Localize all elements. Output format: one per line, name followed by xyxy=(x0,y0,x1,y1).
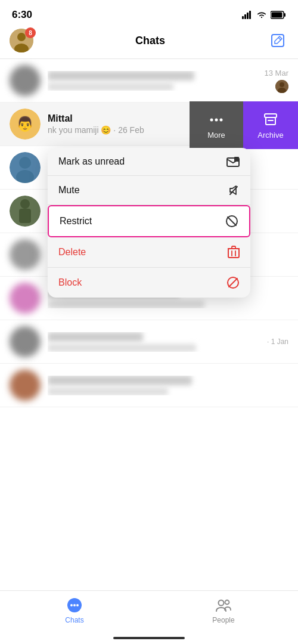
svg-rect-38 xyxy=(232,246,235,249)
menu-item-label: Delete xyxy=(58,247,86,258)
list-item[interactable]: · 1 Jan xyxy=(0,320,298,364)
svg-rect-24 xyxy=(10,196,41,227)
page-title: Chats xyxy=(135,35,165,47)
chats-tab-icon xyxy=(66,597,83,614)
svg-rect-1 xyxy=(244,14,246,19)
chat-preview xyxy=(48,301,204,308)
avatar xyxy=(10,152,41,183)
more-dots-icon xyxy=(208,112,225,128)
svg-point-13 xyxy=(280,82,284,87)
svg-line-42 xyxy=(229,278,237,287)
status-icons xyxy=(242,11,286,19)
menu-item-label: Block xyxy=(58,277,82,288)
swipe-more-label: More xyxy=(207,131,225,140)
swipe-more-button[interactable]: More xyxy=(190,101,243,149)
avatar xyxy=(10,65,41,96)
chat-content xyxy=(48,332,260,352)
swipe-action-panel: More Archive xyxy=(190,101,298,149)
avatar xyxy=(10,326,41,357)
restrict-icon xyxy=(225,215,238,228)
chat-meta: 13 Mar xyxy=(265,69,288,93)
menu-item-mute[interactable]: Mute xyxy=(48,176,250,205)
tab-chats[interactable]: Chats xyxy=(51,597,98,624)
svg-text:👨: 👨 xyxy=(16,115,34,132)
avatar: 👨 xyxy=(10,109,41,140)
chat-date: 13 Mar xyxy=(265,69,288,78)
block-icon xyxy=(226,276,240,289)
svg-rect-2 xyxy=(247,13,249,19)
tab-people[interactable]: People xyxy=(200,597,247,624)
menu-item-delete[interactable]: Delete xyxy=(48,237,250,268)
chat-content xyxy=(48,71,257,91)
svg-rect-32 xyxy=(234,157,239,162)
svg-point-25 xyxy=(210,118,213,121)
svg-point-26 xyxy=(215,118,218,121)
wifi-icon xyxy=(256,11,267,19)
home-indicator xyxy=(113,637,185,639)
chats-tab-label: Chats xyxy=(65,616,83,624)
swipe-archive-label: Archive xyxy=(257,131,283,140)
chat-meta: · 1 Jan xyxy=(267,338,288,346)
menu-item-label: Mark as unread xyxy=(58,156,125,167)
chat-preview xyxy=(48,83,173,91)
avatar xyxy=(10,370,41,401)
avatar xyxy=(10,283,41,314)
people-tab-icon xyxy=(215,597,232,614)
tab-bar: Chats People xyxy=(0,590,298,644)
chat-preview xyxy=(48,344,196,352)
menu-item-mark-unread[interactable]: Mark as unread xyxy=(48,148,250,176)
svg-rect-0 xyxy=(242,16,244,19)
svg-point-45 xyxy=(73,604,76,606)
profile-avatar-wrapper[interactable]: 8 xyxy=(10,29,33,52)
mute-icon xyxy=(228,184,240,196)
context-menu: Mark as unread Mute Restrict Delete xyxy=(48,148,250,298)
battery-icon xyxy=(271,11,286,19)
chat-preview xyxy=(48,388,168,395)
chat-name xyxy=(48,71,194,80)
status-time: 6:30 xyxy=(12,9,32,21)
list-item[interactable]: 13 Mar xyxy=(0,59,298,103)
svg-line-11 xyxy=(278,38,281,40)
chat-name xyxy=(48,376,192,385)
svg-rect-5 xyxy=(284,13,286,17)
compose-button[interactable] xyxy=(267,30,288,51)
app-header: 8 Chats xyxy=(0,26,298,59)
svg-line-35 xyxy=(228,217,236,225)
svg-point-46 xyxy=(76,604,79,606)
svg-rect-6 xyxy=(272,13,283,18)
archive-icon xyxy=(262,112,279,128)
chat-content xyxy=(48,376,288,395)
svg-point-44 xyxy=(70,604,73,606)
svg-rect-10 xyxy=(272,35,284,47)
delete-icon xyxy=(228,246,240,259)
menu-item-label: Restrict xyxy=(60,216,92,227)
chat-name xyxy=(48,332,143,342)
list-item[interactable] xyxy=(0,364,298,407)
menu-item-block[interactable]: Block xyxy=(48,268,250,298)
people-tab-label: People xyxy=(212,616,234,624)
secondary-avatar xyxy=(275,80,288,93)
svg-point-27 xyxy=(220,118,223,121)
mark-unread-icon xyxy=(226,156,240,167)
menu-item-restrict[interactable]: Restrict xyxy=(48,205,250,237)
chat-date: · 1 Jan xyxy=(267,338,288,346)
swipe-archive-button[interactable]: Archive xyxy=(243,101,298,149)
svg-point-48 xyxy=(225,600,229,605)
avatar xyxy=(10,196,41,227)
svg-rect-20 xyxy=(10,152,41,183)
status-bar: 6:30 xyxy=(0,0,298,26)
svg-rect-36 xyxy=(228,249,239,258)
menu-item-label: Mute xyxy=(58,185,80,196)
svg-point-47 xyxy=(219,600,224,606)
svg-rect-3 xyxy=(249,11,251,19)
signal-icon xyxy=(242,11,253,19)
notification-badge: 8 xyxy=(25,27,36,38)
svg-point-8 xyxy=(17,33,26,41)
avatar xyxy=(10,239,41,270)
